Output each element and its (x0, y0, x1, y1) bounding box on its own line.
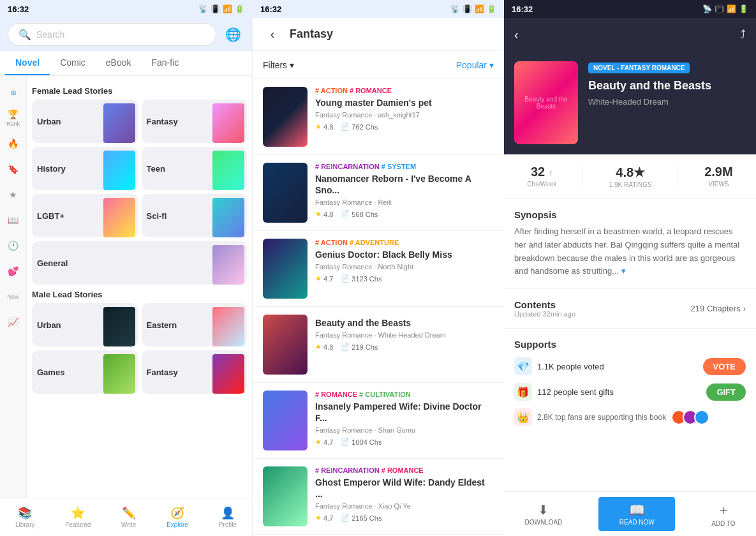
stat-divider-1 (582, 165, 583, 188)
book-item-2[interactable]: # REINCARNATION # SYSTEM Nanomancer Rebo… (253, 155, 504, 231)
fans-icon: 👑 (514, 408, 532, 426)
profile-label: Profile (219, 521, 237, 528)
status-bar-3: 16:32 📡 📳 📶 🔋 (504, 0, 756, 18)
wifi-icon: 📶 (223, 4, 232, 13)
tab-fanfic[interactable]: Fan-fic (142, 51, 189, 75)
book-item-1[interactable]: # ACTION # ROMANCE Young master Damien's… (253, 79, 504, 155)
male-category-grid: Urban Eastern Games Fantasy (32, 303, 247, 394)
search-input[interactable]: 🔍 Search (8, 23, 216, 46)
contents-section[interactable]: Contents Updated 32min ago 219 Chapters … (504, 289, 756, 329)
tab-novel[interactable]: Novel (5, 51, 50, 75)
sidebar-bookmark-item[interactable]: 🔖 (2, 158, 25, 181)
book-cover-2 (263, 163, 308, 223)
tag-action-1: # ACTION (315, 87, 348, 94)
profile-icon: 👤 (221, 506, 235, 520)
vote-row: 💎 1.1K people voted VOTE (514, 357, 746, 375)
views-stat: 2.9M VIEWS (704, 165, 732, 188)
write-nav[interactable]: ✏️ Write (116, 503, 141, 531)
category-eastern-male[interactable]: Eastern (142, 303, 248, 346)
category-urban-male[interactable]: Urban (32, 303, 138, 346)
library-nav[interactable]: 📚 Library (10, 503, 40, 531)
chapters-3: 📄 3123 Chs (341, 274, 382, 283)
globe-button[interactable]: 🌐 (221, 23, 244, 46)
synopsis-section: Synopsis After finding herself in a beas… (504, 199, 756, 289)
status-icons-3: 📡 📳 📶 🔋 (702, 4, 748, 13)
stat-divider-2 (678, 165, 678, 188)
sidebar-flame-item[interactable]: 🔥 (2, 132, 25, 155)
hero-book-title: Beauty and the Beasts (588, 78, 746, 93)
panel-fantasy-list: 16:32 📡 📳 📶 🔋 ‹ Fantasy Filters ▾ Popula… (252, 0, 504, 536)
book-item-4[interactable]: Beauty and the Beasts Fantasy Romance · … (253, 307, 504, 383)
chapters-4: 📄 219 Chs (341, 343, 378, 351)
chapters-2: 📄 568 Chs (341, 210, 378, 218)
teen-cover-img (212, 151, 244, 190)
book-item-3[interactable]: # ACTION # ADVENTURE Genius Doctor: Blac… (253, 231, 504, 307)
sort-chevron-icon: ▾ (489, 60, 494, 70)
hero-book-info: NOVEL - FANTASY ROMANCE Beauty and the B… (588, 61, 746, 107)
tag-action-3: # ACTION (315, 239, 348, 246)
book-stats-1: ★ 4.8 📄 762 Chs (315, 123, 494, 131)
sidebar-rank-item[interactable]: 🏆 Rank (2, 107, 25, 130)
back-button-3[interactable]: ‹ (514, 27, 519, 42)
history-cover-img (103, 151, 135, 190)
cast-icon: 📡 (198, 4, 208, 13)
category-history-female[interactable]: History (32, 147, 138, 190)
category-urban-female[interactable]: Urban (32, 100, 138, 143)
back-button-2[interactable]: ‹ (263, 25, 282, 44)
battery-icon: 🔋 (235, 4, 244, 13)
category-scifi-female[interactable]: Sci-fi (142, 194, 248, 237)
category-fantasy-male-label: Fantasy (147, 368, 178, 377)
category-lgbt-female[interactable]: LGBT+ (32, 194, 138, 237)
add-icon: ＋ (717, 502, 730, 519)
male-section-title: Male Lead Stories (32, 290, 247, 299)
panel-browse: 16:32 📡 📳 📶 🔋 🔍 Search 🌐 Novel Comic eBo… (0, 0, 252, 536)
rating-5: ★ 4.7 (315, 438, 333, 446)
category-fantasy-male[interactable]: Fantasy (142, 350, 248, 394)
sidebar-star-item[interactable]: ★ (2, 183, 25, 206)
sidebar-book-item[interactable]: 📖 (2, 209, 25, 232)
book-item-6[interactable]: # REINCARNATION # ROMANCE Ghost Emperor … (253, 459, 504, 535)
tab-ebook[interactable]: eBook (96, 51, 142, 75)
star-icon: ★ (9, 190, 17, 200)
category-urban-label: Urban (37, 117, 61, 126)
hero-book-cover: Beauty and the Beasts (514, 61, 578, 144)
download-button[interactable]: ⬇ DOWNLOAD (519, 500, 567, 528)
book-meta-2: Fantasy Romance · Reili (315, 198, 494, 206)
sort-button[interactable]: Popular ▾ (456, 60, 494, 70)
explore-nav[interactable]: 🧭 Explore (161, 503, 193, 531)
cast-icon-2: 📡 (450, 4, 460, 13)
category-lgbt-label: LGBT+ (37, 211, 64, 221)
tag-reincarnation-2: # REINCARNATION (315, 163, 380, 170)
read-now-button[interactable]: 📖 READ NOW (598, 497, 675, 531)
general-cover-img (212, 245, 244, 285)
search-icon: 🔍 (19, 29, 31, 41)
gift-button[interactable]: GIFT (706, 383, 746, 401)
category-fantasy-female[interactable]: Fantasy (142, 100, 248, 143)
tab-comic[interactable]: Comic (50, 51, 96, 75)
doc-icon-2: 📄 (341, 210, 350, 218)
sidebar-trending-item[interactable]: 📈 (2, 311, 25, 334)
add-to-button[interactable]: ＋ ADD TO (706, 499, 740, 530)
panel2-title: Fantasy (290, 27, 333, 41)
sidebar-person-item[interactable]: 💕 (2, 260, 25, 283)
person-heart-icon: 💕 (8, 266, 19, 276)
category-teen-female[interactable]: Teen (142, 147, 248, 190)
featured-nav[interactable]: ⭐ Featured (60, 503, 96, 531)
sidebar-history-item[interactable]: 🕐 (2, 234, 25, 257)
profile-nav[interactable]: 👤 Profile (214, 503, 242, 531)
filter-button[interactable]: Filters ▾ (263, 60, 294, 70)
sidebar-explore-icon[interactable]: ⊞ (2, 81, 25, 104)
category-general-female[interactable]: General (32, 241, 247, 285)
share-button[interactable]: ⤴ (740, 28, 746, 41)
book-item-5[interactable]: # ROMANCE # CULTIVATION Insanely Pampere… (253, 383, 504, 459)
book-title-5: Insanely Pampered Wife: Divine Doctor F.… (315, 401, 494, 424)
search-bar: 🔍 Search 🌐 (0, 18, 252, 51)
category-games-male[interactable]: Games (32, 350, 138, 394)
synopsis-text: After finding herself in a beastmen worl… (514, 225, 746, 278)
vote-button[interactable]: VOTE (703, 358, 746, 375)
book-tags-1: # ACTION # ROMANCE (315, 87, 494, 94)
write-label: Write (121, 521, 136, 528)
expand-icon[interactable]: ▾ (621, 266, 626, 276)
supports-section: Supports 💎 1.1K people voted VOTE 🎁 112 … (504, 329, 756, 436)
wifi-icon-3: 📶 (727, 4, 736, 13)
